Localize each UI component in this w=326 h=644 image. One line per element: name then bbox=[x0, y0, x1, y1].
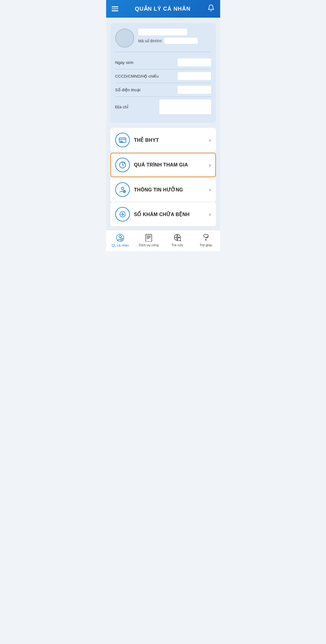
menu-label-qua-trinh: QUÁ TRÌNH THAM GIA bbox=[134, 162, 209, 168]
avatar bbox=[115, 29, 134, 47]
profile-name-area: Mã số BHXH: bbox=[138, 29, 211, 44]
label-cccd: CCCD/CMND/Hộ chiếu bbox=[115, 74, 159, 79]
label-ngay-sinh: Ngày sinh bbox=[115, 60, 134, 65]
tro-giup-icon bbox=[201, 233, 210, 242]
label-sdt: Số điện thoại bbox=[115, 87, 140, 92]
tra-cuu-icon bbox=[173, 233, 182, 242]
menu-label-the-bhyt: THẺ BHYT bbox=[134, 137, 209, 143]
bottom-nav: QL cá nhân Dịch vụ công Tra cứu bbox=[106, 230, 220, 251]
value-dia-chi bbox=[159, 100, 211, 114]
nav-label-tra-cuu: Tra cứu bbox=[172, 243, 183, 247]
menu-item-so-kham[interactable]: SỐ KHÁM CHỮA BỆNH › bbox=[110, 202, 216, 226]
value-cccd bbox=[178, 72, 211, 80]
the-bhyt-icon-circle bbox=[115, 133, 130, 147]
nav-label-dich-vu: Dịch vụ công bbox=[139, 243, 159, 247]
value-sdt bbox=[178, 86, 211, 94]
main-content: Mã số BHXH: Ngày sinh CCCD/CMND/Hộ chiếu… bbox=[106, 18, 220, 230]
menu-icon[interactable] bbox=[112, 6, 118, 11]
svg-point-25 bbox=[205, 240, 206, 240]
nav-ql-ca-nhan[interactable]: QL cá nhân bbox=[106, 233, 135, 247]
svg-point-6 bbox=[121, 187, 124, 190]
nav-tro-giup[interactable]: Trợ giúp bbox=[192, 233, 220, 247]
menu-label-thong-tin: THÔNG TIN HƯỞNG bbox=[134, 187, 209, 193]
value-ngay-sinh bbox=[178, 58, 211, 66]
profile-card: Mã số BHXH: Ngày sinh CCCD/CMND/Hộ chiếu… bbox=[110, 23, 216, 123]
field-cccd: CCCD/CMND/Hộ chiếu bbox=[115, 69, 211, 83]
menu-item-thong-tin-huong[interactable]: THÔNG TIN HƯỞNG › bbox=[110, 177, 216, 202]
so-kham-icon-circle bbox=[115, 207, 130, 222]
menu-item-qua-trinh[interactable]: QUÁ TRÌNH THAM GIA › bbox=[110, 153, 216, 177]
nav-label-tro-giup: Trợ giúp bbox=[199, 243, 212, 247]
page-title: QUẢN LÝ CÁ NHÂN bbox=[118, 5, 207, 12]
qua-trinh-icon-circle bbox=[115, 158, 130, 172]
ql-ca-nhan-icon bbox=[116, 233, 125, 242]
chevron-thong-tin: › bbox=[209, 187, 211, 193]
nav-label-ql: QL cá nhân bbox=[112, 243, 129, 247]
svg-rect-20 bbox=[146, 234, 152, 236]
nav-tra-cuu[interactable]: Tra cứu bbox=[163, 233, 192, 247]
menu-item-the-bhyt[interactable]: THẺ BHYT › bbox=[110, 128, 216, 152]
svg-point-13 bbox=[119, 235, 121, 238]
menu-label-so-kham: SỐ KHÁM CHỮA BỆNH bbox=[134, 212, 209, 217]
menu-list: THẺ BHYT › QUÁ TRÌNH THAM GIA › bbox=[110, 128, 216, 227]
profile-name-bar bbox=[138, 29, 187, 35]
bhxh-label: Mã số BHXH: bbox=[138, 39, 163, 43]
divider-3 bbox=[115, 226, 212, 227]
field-dia-chi: Địa chỉ bbox=[115, 97, 211, 117]
profile-divider bbox=[115, 52, 211, 52]
nav-dich-vu-cong[interactable]: Dịch vụ công bbox=[134, 233, 163, 247]
bell-icon[interactable] bbox=[207, 4, 215, 13]
app-header: QUẢN LÝ CÁ NHÂN bbox=[106, 0, 220, 18]
thong-tin-icon-circle bbox=[115, 182, 130, 197]
chevron-the-bhyt: › bbox=[209, 137, 211, 143]
field-ngay-sinh: Ngày sinh bbox=[115, 56, 211, 69]
chevron-so-kham: › bbox=[209, 211, 211, 218]
svg-line-24 bbox=[180, 240, 181, 241]
dich-vu-cong-icon bbox=[144, 233, 153, 242]
profile-top: Mã số BHXH: bbox=[115, 29, 211, 47]
label-dia-chi: Địa chỉ bbox=[115, 104, 128, 109]
chevron-qua-trinh: › bbox=[209, 162, 211, 168]
bhxh-value-bar bbox=[164, 38, 198, 44]
profile-bhxh-row: Mã số BHXH: bbox=[138, 38, 211, 44]
field-sdt: Số điện thoại bbox=[115, 83, 211, 97]
